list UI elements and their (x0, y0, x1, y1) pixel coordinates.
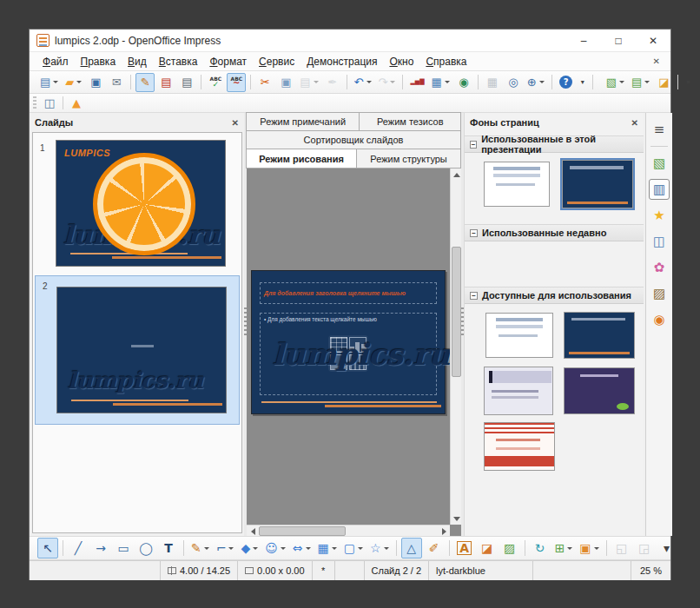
callouts-button[interactable]: ▢ (341, 538, 366, 558)
toolbar-overflow-button[interactable]: » (683, 73, 693, 92)
vertical-scrollbar[interactable] (450, 169, 461, 525)
slides-panel-close-icon[interactable]: ✕ (232, 118, 239, 128)
scroll-right-icon[interactable] (439, 525, 450, 536)
grid-button[interactable]: ▦ (483, 73, 502, 92)
fontwork-button[interactable]: A (454, 538, 475, 558)
tasks-panel-close-icon[interactable]: ✕ (631, 118, 638, 128)
chart-button[interactable]: ▂▅▇ (407, 73, 426, 92)
slide-canvas[interactable]: Для добавления заголовка щелкните мышью … (251, 270, 446, 414)
slide-transition-deck-button[interactable]: ◫ (649, 231, 670, 252)
master-thumb-purple[interactable] (564, 367, 635, 414)
section-recently-used[interactable]: − Использованные недавно (465, 224, 644, 241)
print-button[interactable]: ▤ (177, 73, 196, 92)
master-thumb-lyt-darkblue-current[interactable] (562, 160, 633, 208)
slide-design-button[interactable]: ◪ (654, 73, 673, 92)
help-button[interactable]: ? (557, 73, 576, 92)
menu-view[interactable]: Вид (122, 53, 153, 70)
group-button[interactable]: ◱ (611, 538, 632, 558)
export-pdf-button[interactable]: ▤ (156, 73, 175, 92)
copy-button[interactable]: ▣ (276, 73, 295, 92)
vertical-scroll-thumb[interactable] (452, 247, 461, 377)
title-placeholder[interactable]: Для добавления заголовка щелкните мышью (260, 282, 437, 304)
drawbar-overflow-button[interactable]: ▾ (657, 538, 677, 558)
master-thumb-white[interactable] (485, 313, 553, 358)
menu-tools[interactable]: Сервис (253, 53, 300, 70)
animation-deck-button[interactable]: ✿ (649, 257, 670, 278)
menu-window[interactable]: Окно (383, 53, 419, 70)
status-zoom-level[interactable]: 25 % (631, 565, 670, 576)
master-thumb-darkblue[interactable] (564, 312, 635, 359)
email-button[interactable]: ✉ (107, 73, 126, 92)
curve-button[interactable]: ✎ (188, 538, 212, 558)
gallery-deck-button[interactable]: ▨ (649, 283, 670, 304)
slide-properties-button[interactable]: ◫ (41, 96, 58, 111)
rectangle-button[interactable]: ▭ (113, 538, 134, 558)
cut-button[interactable]: ✂ (255, 73, 274, 92)
new-document-button[interactable]: ▤ (37, 73, 61, 92)
scroll-down-icon[interactable] (451, 513, 461, 525)
status-master-page[interactable]: lyt-darkblue (429, 561, 533, 580)
alignment-button[interactable]: ⊞ (552, 538, 576, 558)
presentation-wizard-button[interactable]: ▲ (68, 96, 85, 111)
tab-handout-view[interactable]: Режим тезисов (359, 112, 461, 131)
status-object-size[interactable]: 0.00 x 0.00 (238, 561, 312, 580)
master-thumb-default[interactable] (484, 162, 550, 207)
connector-button[interactable]: ⌐ (214, 538, 237, 558)
section-used-in-presentation[interactable]: − Использованные в этой презентации (465, 135, 644, 153)
flowchart-button[interactable]: ▦ (315, 538, 340, 558)
basic-shapes-button[interactable]: ◆ (238, 538, 261, 558)
tab-notes-view[interactable]: Режим примечаний (246, 112, 360, 131)
master-pages-deck-button[interactable]: ▥ (649, 179, 670, 200)
text-button[interactable]: T (158, 538, 179, 558)
from-file-button[interactable]: ◪ (477, 538, 498, 558)
close-button[interactable]: ✕ (636, 30, 670, 51)
menu-file[interactable]: Файл (36, 53, 75, 70)
toolbar-options-button[interactable]: ▾ (578, 73, 588, 92)
undo-button[interactable]: ↶ (352, 73, 374, 92)
ellipse-button[interactable]: ◯ (135, 538, 156, 558)
format-paintbrush-button[interactable]: ✒ (323, 73, 342, 92)
status-cursor-position[interactable]: 4.00 / 14.25 (160, 561, 238, 580)
section-available-for-use[interactable]: − Доступные для использования (465, 287, 644, 304)
collapse-icon[interactable]: − (470, 141, 477, 149)
slide-thumbnail-2[interactable]: lumpics.ru (56, 287, 227, 413)
hyperlink-button[interactable]: ◉ (454, 73, 473, 92)
open-button[interactable]: ▰ (63, 73, 84, 92)
new-slide-button[interactable]: ▧ (604, 73, 627, 92)
spellcheck-button[interactable]: ABC (206, 73, 225, 92)
scroll-left-icon[interactable] (247, 525, 258, 536)
table-button[interactable]: ▦ (429, 73, 452, 92)
edit-points-button[interactable]: △ (401, 538, 422, 558)
ungroup-button[interactable]: ◲ (634, 538, 655, 558)
horizontal-scroll-thumb[interactable] (259, 526, 346, 536)
menu-format[interactable]: Формат (203, 53, 253, 70)
glue-points-button[interactable]: ✐ (424, 538, 445, 558)
redo-button[interactable]: ↷ (376, 73, 399, 92)
tab-slide-sorter[interactable]: Сортировщик слайдов (246, 130, 461, 149)
custom-animation-deck-button[interactable]: ★ (649, 205, 670, 226)
menu-help[interactable]: Справка (419, 53, 472, 70)
master-thumb-red-stripes[interactable] (484, 422, 555, 471)
navigator-deck-button[interactable]: ◉ (649, 309, 670, 330)
edit-file-button[interactable]: ✎ (135, 73, 155, 92)
save-button[interactable]: ▣ (86, 73, 105, 92)
stars-button[interactable]: ☆ (367, 538, 392, 558)
collapse-icon[interactable]: − (470, 229, 478, 237)
horizontal-scrollbar[interactable] (247, 525, 450, 536)
sidebar-settings-button[interactable]: ≡ (649, 119, 670, 140)
status-modified-flag[interactable]: * (313, 561, 335, 580)
minimize-button[interactable]: – (566, 30, 601, 51)
toolbar-grip[interactable] (33, 96, 36, 109)
menu-slideshow[interactable]: Демонстрация (300, 53, 383, 70)
symbol-shapes-button[interactable]: ☺ (262, 538, 288, 558)
content-placeholder[interactable]: Для добавления текста щелкайте мышью lum… (260, 313, 437, 395)
gallery-button[interactable]: ▨ (499, 538, 520, 558)
select-button[interactable]: ↖ (37, 538, 58, 558)
master-thumb-lavender[interactable] (484, 367, 553, 415)
properties-deck-button[interactable]: ▧ (649, 153, 670, 174)
navigator-button[interactable]: ◎ (504, 73, 523, 92)
arrange-button[interactable]: ▣ (577, 538, 601, 558)
slide-thumbnail-1[interactable]: LUMPICS lumpics.ru (56, 140, 226, 267)
menu-edit[interactable]: Правка (75, 53, 122, 70)
menu-insert[interactable]: Вставка (153, 53, 204, 70)
